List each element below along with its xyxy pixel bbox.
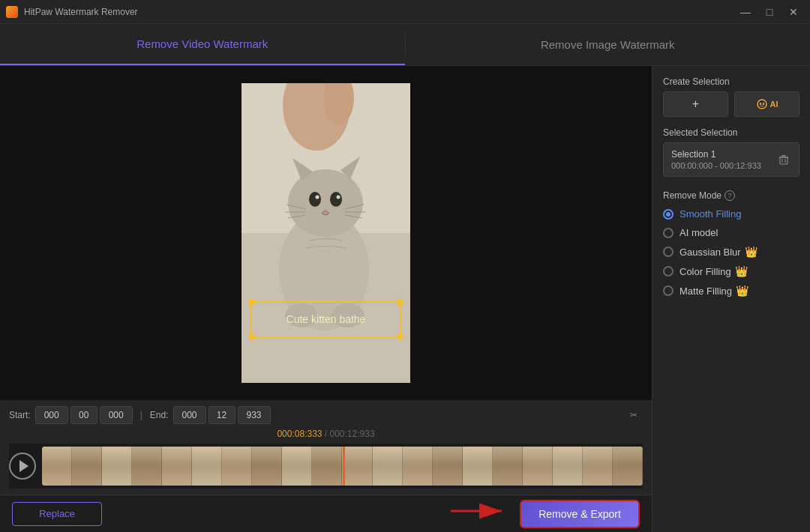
radio-matte (663, 285, 674, 296)
film-frame (373, 447, 403, 486)
start-hours-input[interactable] (35, 406, 68, 424)
film-frame (252, 447, 282, 486)
svg-rect-28 (780, 157, 788, 164)
timeline-strip (9, 444, 643, 489)
film-frame (282, 447, 312, 486)
corner-handle-tl[interactable] (249, 299, 255, 305)
radio-smooth (663, 209, 674, 220)
delete-selection-button[interactable] (776, 152, 791, 167)
add-selection-button[interactable]: + (663, 91, 728, 117)
window-controls: — □ ✕ (735, 4, 804, 19)
film-frame (132, 447, 162, 486)
end-time-segment (173, 406, 271, 424)
mode-matte[interactable]: Matte Filling 👑 (663, 285, 800, 297)
video-canvas[interactable]: Cute kitten bathe (0, 66, 652, 400)
film-frame (102, 447, 132, 486)
remove-mode-title: Remove Mode ? (663, 190, 800, 201)
svg-rect-27 (782, 155, 786, 157)
film-strip[interactable] (42, 447, 643, 486)
film-frame (433, 447, 463, 486)
remove-mode-label: Remove Mode (663, 190, 722, 201)
film-frame (493, 447, 523, 486)
crop-icon[interactable]: ✂ (625, 406, 643, 424)
film-frame (192, 447, 222, 486)
ai-label: AI (770, 100, 778, 109)
timeline-position: 000:08:333 / 000:12:933 (9, 429, 643, 439)
end-minutes-input[interactable] (208, 406, 236, 424)
corner-handle-tr[interactable] (397, 299, 403, 305)
app-title: HitPaw Watermark Remover (24, 7, 138, 17)
plus-icon: + (692, 97, 699, 111)
svg-point-5 (288, 169, 363, 237)
film-frame (72, 447, 102, 486)
start-time-segment (35, 406, 133, 424)
end-label: End: (150, 410, 169, 420)
watermark-selection-box[interactable]: Cute kitten bathe (250, 300, 401, 338)
start-ms-input[interactable] (100, 406, 133, 424)
arrow-indicator (451, 500, 511, 528)
start-minutes-input[interactable] (70, 406, 98, 424)
film-frame (523, 447, 553, 486)
maximize-button[interactable]: □ (759, 4, 780, 19)
corner-handle-bl[interactable] (249, 333, 255, 339)
film-frame (312, 447, 342, 486)
selected-label: Selected Selection (663, 127, 800, 138)
film-frame (222, 447, 252, 486)
main-layout: Cute kitten bathe Start: | (0, 66, 810, 532)
remove-export-button[interactable]: Remove & Export (520, 500, 640, 528)
time-inputs: Start: | End: ✂ (9, 406, 643, 424)
help-icon[interactable]: ? (724, 190, 735, 201)
selection-info: Selection 1 000:00:000 - 000:12:933 (671, 149, 776, 170)
title-bar: HitPaw Watermark Remover — □ ✕ (0, 0, 810, 24)
bottom-bar: Replace Remove & Export (0, 495, 652, 532)
selection-name: Selection 1 (671, 149, 776, 160)
film-frame (583, 447, 613, 486)
mode-smooth[interactable]: Smooth Filling (663, 208, 800, 220)
crown-icon-matte: 👑 (736, 285, 748, 297)
crown-icon-gaussian: 👑 (745, 246, 758, 258)
film-frame (463, 447, 493, 486)
minimize-button[interactable]: — (735, 4, 756, 19)
total-time: 000:12:933 (330, 429, 375, 439)
radio-gaussian (663, 247, 674, 257)
mode-gaussian[interactable]: Gaussian Blur 👑 (663, 246, 800, 258)
ai-icon-wrap: AI (756, 98, 778, 110)
end-hours-input[interactable] (173, 406, 206, 424)
cat-video-svg (242, 83, 410, 383)
svg-point-8 (309, 192, 321, 207)
current-time: 000:08:333 (277, 429, 322, 439)
mode-color-label: Color Filling 👑 (680, 265, 748, 277)
film-frame (613, 447, 643, 486)
selection-item[interactable]: Selection 1 000:00:000 - 000:12:933 (663, 142, 800, 177)
timeline-controls: Start: | End: ✂ 000:08:333 / (0, 400, 652, 495)
play-button[interactable] (9, 453, 36, 480)
radio-ai (663, 228, 674, 238)
ai-robot-icon (756, 98, 768, 110)
end-ms-input[interactable] (238, 406, 271, 424)
play-icon (20, 460, 28, 472)
create-selection-buttons: + AI (663, 91, 800, 117)
title-bar-left: HitPaw Watermark Remover (6, 6, 138, 18)
selected-selection-section: Selected Selection Selection 1 000:00:00… (663, 127, 800, 177)
film-frame (403, 447, 433, 486)
mode-ai[interactable]: AI model (663, 227, 800, 238)
svg-rect-24 (760, 103, 761, 105)
remove-mode-section: Remove Mode ? Smooth Filling AI model Ga… (663, 190, 800, 304)
time-divider: | (140, 410, 142, 420)
video-area: Cute kitten bathe Start: | (0, 66, 652, 532)
tab-bar: Remove Video Watermark Remove Image Wate… (0, 24, 810, 66)
ai-selection-button[interactable]: AI (734, 91, 800, 117)
svg-rect-25 (763, 103, 764, 105)
right-panel: Create Selection + AI (652, 66, 810, 532)
mode-color[interactable]: Color Filling 👑 (663, 265, 800, 277)
watermark-text: Cute kitten bathe (286, 313, 366, 325)
tab-video[interactable]: Remove Video Watermark (0, 24, 405, 65)
playhead[interactable] (343, 447, 345, 486)
film-frame (553, 447, 583, 486)
replace-button[interactable]: Replace (12, 502, 102, 526)
film-frame (42, 447, 72, 486)
corner-handle-br[interactable] (397, 333, 403, 339)
svg-point-9 (330, 192, 342, 207)
close-button[interactable]: ✕ (783, 4, 804, 19)
tab-image[interactable]: Remove Image Watermark (406, 24, 811, 65)
